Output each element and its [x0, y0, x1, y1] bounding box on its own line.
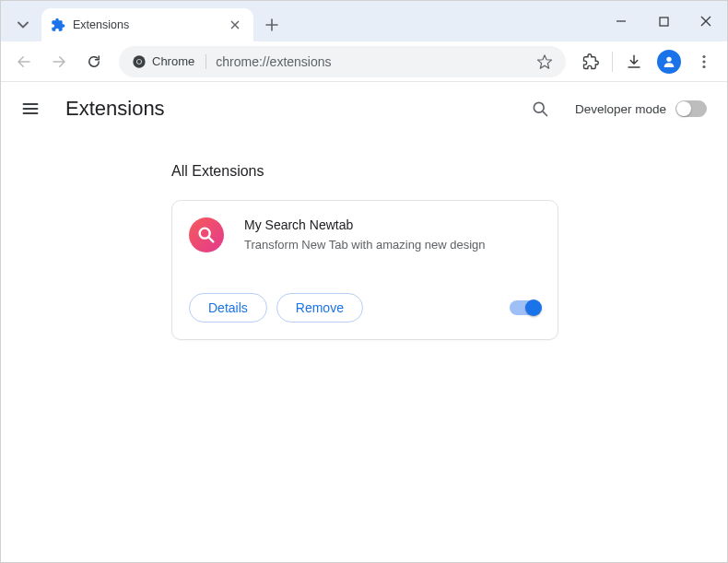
extension-name: My Search Newtab [244, 217, 486, 232]
main-menu-button[interactable] [12, 90, 49, 127]
hamburger-icon [21, 100, 40, 118]
details-button[interactable]: Details [189, 293, 267, 323]
omnibox-url: chrome://extensions [216, 54, 527, 69]
developer-mode-toggle[interactable] [675, 100, 707, 117]
tab-title: Extensions [73, 18, 218, 31]
browser-tab-active[interactable]: Extensions [41, 8, 253, 41]
chrome-menu-button[interactable] [688, 46, 720, 77]
profile-button[interactable] [653, 46, 685, 77]
svg-point-4 [666, 56, 671, 61]
page-header: Extensions Developer mode [1, 82, 727, 135]
tab-strip: Extensions [1, 1, 281, 41]
page-content: All Extensions My Search Newtab Transfor… [1, 135, 727, 340]
new-tab-button[interactable] [263, 16, 281, 34]
page-title: Extensions [65, 97, 505, 121]
toggle-knob [676, 101, 691, 116]
chevron-down-icon [18, 19, 29, 30]
nav-reload-button[interactable] [78, 46, 110, 77]
remove-button[interactable]: Remove [276, 293, 363, 323]
reload-icon [86, 53, 102, 70]
extension-info: My Search Newtab Transform New Tab with … [244, 217, 486, 252]
svg-point-7 [702, 65, 705, 67]
close-icon [230, 20, 240, 29]
tab-close-button[interactable] [226, 16, 244, 34]
nav-forward-button[interactable] [43, 46, 75, 77]
extension-card: My Search Newtab Transform New Tab with … [171, 200, 558, 340]
toggle-knob [525, 299, 542, 316]
svg-rect-0 [660, 18, 668, 26]
extension-icon [189, 217, 224, 252]
maximize-icon [659, 17, 669, 27]
toolbar-separator [612, 52, 613, 72]
window-maximize-button[interactable] [642, 1, 685, 41]
search-extensions-button[interactable] [522, 90, 558, 127]
nav-back-button[interactable] [8, 46, 40, 77]
close-icon [700, 16, 711, 27]
svg-point-6 [702, 60, 705, 63]
omnibox-chip-label: Chrome [152, 54, 194, 68]
downloads-button[interactable] [618, 46, 650, 77]
window-close-button[interactable] [685, 1, 727, 41]
search-icon [531, 100, 549, 118]
bookmark-button[interactable] [536, 53, 553, 70]
arrow-right-icon [51, 53, 67, 70]
kebab-menu-icon [697, 54, 711, 69]
window-minimize-button[interactable] [600, 1, 642, 41]
extension-description: Transform New Tab with amazing new desig… [244, 238, 486, 252]
minimize-icon [616, 16, 627, 27]
browser-titlebar: Extensions [1, 1, 727, 41]
magnifier-icon [196, 225, 217, 245]
extensions-page: Extensions Developer mode All Extensions… [1, 82, 727, 563]
omnibox-site-chip[interactable]: Chrome [132, 54, 206, 69]
download-icon [626, 53, 642, 70]
omnibox[interactable]: Chrome chrome://extensions [119, 46, 566, 77]
star-icon [536, 53, 553, 70]
developer-mode-label: Developer mode [575, 102, 666, 116]
extension-puzzle-icon [582, 53, 599, 70]
svg-point-3 [137, 59, 141, 63]
tab-search-dropdown[interactable] [8, 8, 38, 41]
extension-card-top: My Search Newtab Transform New Tab with … [189, 217, 541, 252]
extension-card-bottom: Details Remove [189, 293, 541, 323]
section-title: All Extensions [171, 163, 727, 180]
svg-point-5 [702, 54, 705, 57]
extension-puzzle-icon [51, 18, 65, 32]
chrome-logo-icon [132, 54, 147, 69]
extension-enable-toggle[interactable] [510, 300, 541, 315]
avatar-icon [657, 50, 681, 74]
svg-point-8 [534, 102, 544, 112]
window-controls [600, 1, 727, 41]
arrow-left-icon [16, 53, 32, 70]
browser-toolbar: Chrome chrome://extensions [1, 41, 727, 82]
extensions-button[interactable] [575, 46, 606, 77]
plus-icon [265, 18, 278, 31]
developer-mode-control: Developer mode [575, 100, 707, 117]
